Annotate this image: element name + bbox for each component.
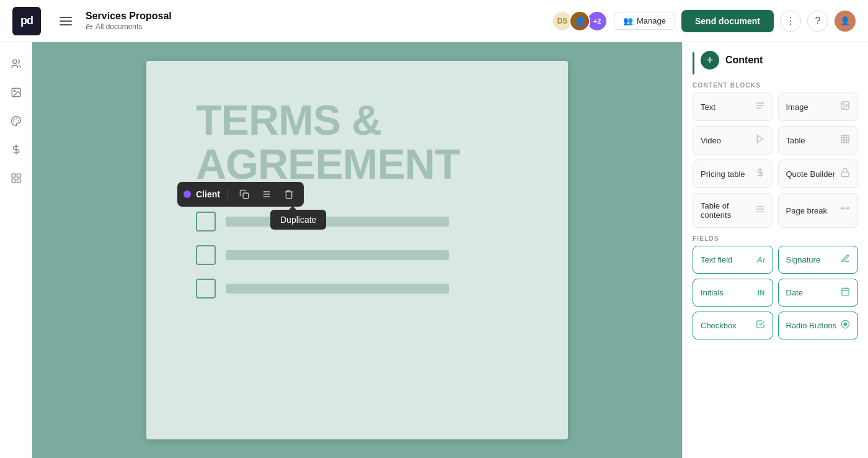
sidebar-icon-palette[interactable] xyxy=(4,109,28,133)
checkbox-label: Checkbox xyxy=(701,321,737,330)
topbar-right: DS 👤 +2 👥 Manage Send document ⋮ ? 👤 xyxy=(552,10,856,32)
text-block-label: Text xyxy=(701,102,715,112)
heading-line2: AGREEMENT xyxy=(196,140,459,187)
checklist-row xyxy=(196,279,518,299)
plus-icon: + xyxy=(707,54,714,67)
svg-point-4 xyxy=(18,120,19,121)
block-pricing-table[interactable]: Pricing table xyxy=(693,159,773,188)
app-logo: pd xyxy=(12,7,41,35)
field-initials[interactable]: Initials IN xyxy=(693,279,773,307)
left-sidebar xyxy=(0,42,32,458)
sidebar-icon-pricing[interactable] xyxy=(4,138,28,161)
panel-add-button[interactable]: + xyxy=(701,51,719,70)
sidebar-icon-users[interactable] xyxy=(4,52,28,76)
panel-accent-bar xyxy=(693,52,694,74)
svg-marker-25 xyxy=(757,135,763,143)
field-signature[interactable]: Signature xyxy=(778,246,859,274)
checkbox-2[interactable] xyxy=(196,245,216,265)
image-block-label: Image xyxy=(786,102,808,112)
block-text[interactable]: Text xyxy=(693,92,773,121)
field-checkbox[interactable]: Checkbox xyxy=(693,312,773,339)
page-break-icon xyxy=(840,204,850,217)
checkbox-3[interactable] xyxy=(196,279,216,299)
toc-label: Table of contents xyxy=(701,201,755,220)
text-bar-1 xyxy=(226,217,449,227)
document-info: Services Proposal 🗁 All documents xyxy=(86,11,542,31)
delete-icon-btn[interactable] xyxy=(280,186,298,203)
fields-grid: Text field Aı Signature Initials IN Date xyxy=(683,246,868,349)
more-options-button[interactable]: ⋮ xyxy=(780,11,801,32)
block-image[interactable]: Image xyxy=(778,92,859,121)
radio-buttons-icon xyxy=(841,320,850,331)
document-canvas: TERMS & AGREEMENT Client Duplicate xyxy=(146,61,568,439)
text-block-icon xyxy=(755,101,765,113)
avatar-photo[interactable]: 👤 xyxy=(569,11,590,32)
content-blocks-grid: Text Image Video Table xyxy=(683,92,868,228)
quote-builder-icon xyxy=(840,168,850,180)
table-block-label: Table xyxy=(786,136,805,145)
image-block-icon xyxy=(840,101,850,113)
pricing-table-label: Pricing table xyxy=(701,169,745,179)
initials-icon: IN xyxy=(758,289,765,297)
page-break-label: Page break xyxy=(786,206,828,215)
send-document-button[interactable]: Send document xyxy=(681,10,774,32)
duplicate-icon-btn[interactable] xyxy=(236,186,253,203)
settings-icon-btn[interactable] xyxy=(258,186,275,203)
manage-label: Manage xyxy=(637,16,666,25)
breadcrumb: 🗁 All documents xyxy=(86,22,542,31)
canvas-area[interactable]: TERMS & AGREEMENT Client Duplicate xyxy=(32,42,682,458)
field-text-field[interactable]: Text field Aı xyxy=(693,246,773,274)
signature-label: Signature xyxy=(786,255,821,264)
user-avatar-button[interactable]: 👤 xyxy=(835,11,856,32)
block-page-break[interactable]: Page break xyxy=(778,193,859,228)
client-dot xyxy=(184,191,191,198)
hamburger-menu[interactable] xyxy=(56,13,76,29)
svg-rect-11 xyxy=(12,179,15,182)
text-bar-3 xyxy=(226,284,449,294)
sidebar-icon-media[interactable] xyxy=(4,81,28,104)
document-title: Services Proposal xyxy=(86,11,542,22)
main-area: TERMS & AGREEMENT Client Duplicate xyxy=(0,42,868,458)
checklist-row xyxy=(196,245,518,265)
pricing-table-icon xyxy=(755,168,765,180)
block-table[interactable]: Table xyxy=(778,126,859,155)
svg-point-0 xyxy=(12,60,16,63)
date-icon xyxy=(841,287,850,299)
toolbar-separator xyxy=(228,188,228,200)
svg-point-6 xyxy=(13,121,14,122)
heading-line1: TERMS & xyxy=(196,96,381,143)
block-quote-builder[interactable]: Quote Builder xyxy=(778,159,859,188)
checklist-row xyxy=(196,212,518,231)
video-block-icon xyxy=(755,134,765,146)
field-radio-buttons[interactable]: Radio Buttons xyxy=(778,312,859,339)
svg-rect-8 xyxy=(12,174,15,177)
signature-icon xyxy=(841,254,850,266)
svg-rect-9 xyxy=(17,174,20,177)
svg-rect-12 xyxy=(243,193,249,199)
svg-point-42 xyxy=(844,323,847,326)
sidebar-icon-grid[interactable] xyxy=(4,166,28,190)
document-heading: TERMS & AGREEMENT xyxy=(196,98,518,187)
svg-point-5 xyxy=(14,119,15,119)
manage-button[interactable]: 👥 Manage xyxy=(614,12,675,30)
text-field-icon: Aı xyxy=(757,255,765,264)
block-video[interactable]: Video xyxy=(693,126,773,155)
video-block-label: Video xyxy=(701,136,721,145)
client-toolbar: Client xyxy=(177,182,304,207)
radio-buttons-label: Radio Buttons xyxy=(786,321,837,330)
svg-point-24 xyxy=(843,104,844,105)
text-bar-2 xyxy=(226,250,449,260)
panel-title: Content xyxy=(725,55,763,65)
client-label: Client xyxy=(196,189,220,199)
help-button[interactable]: ? xyxy=(807,11,828,32)
svg-point-3 xyxy=(16,119,17,119)
content-blocks-label: CONTENT BLOCKS xyxy=(683,74,868,92)
duplicate-tooltip: Duplicate xyxy=(270,210,326,230)
field-date[interactable]: Date xyxy=(778,279,859,307)
topbar: pd Services Proposal 🗁 All documents DS … xyxy=(0,0,868,42)
quote-builder-label: Quote Builder xyxy=(786,169,836,179)
block-toc[interactable]: Table of contents xyxy=(693,193,773,228)
toc-icon xyxy=(755,204,765,217)
svg-rect-26 xyxy=(841,135,849,143)
checkbox-1[interactable] xyxy=(196,212,216,231)
